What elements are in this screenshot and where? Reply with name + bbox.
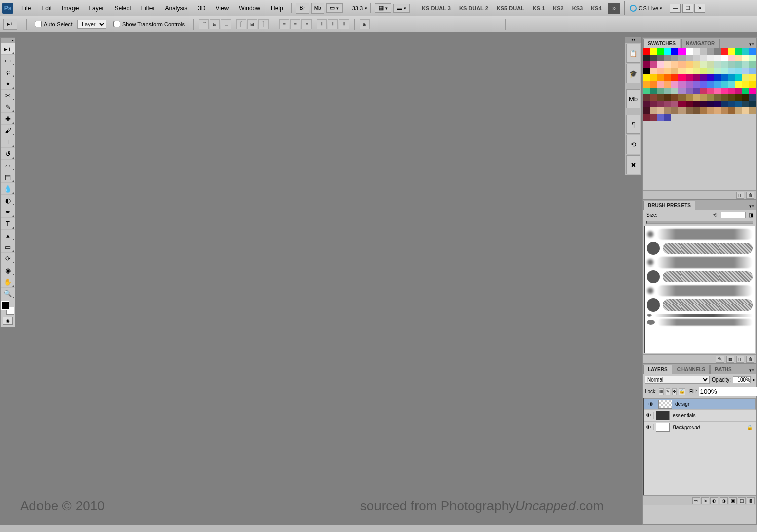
swatch[interactable] — [671, 94, 678, 101]
delete-brush-button[interactable]: 🗑 — [746, 356, 754, 363]
swatch[interactable] — [749, 61, 756, 68]
toolbox-collapse[interactable]: ▸ — [1, 38, 15, 43]
swatch[interactable] — [686, 68, 693, 74]
swatches-menu[interactable]: ▾≡ — [747, 41, 756, 48]
show-transform-checkbox[interactable]: Show Transform Controls — [113, 21, 185, 27]
layer-row[interactable]: 👁design — [644, 398, 756, 410]
swatch[interactable] — [671, 107, 678, 114]
swatch[interactable] — [721, 48, 728, 55]
swatch[interactable] — [728, 107, 735, 114]
swatch[interactable] — [735, 55, 742, 61]
swatch[interactable] — [686, 74, 693, 81]
3d-tool[interactable]: ⟳ — [1, 253, 15, 264]
swatch[interactable] — [721, 55, 728, 61]
bridge-button[interactable]: Br — [296, 3, 309, 14]
current-tool-indicator[interactable]: ▸+ — [3, 19, 17, 30]
dist-bottom-button[interactable]: ≡ — [301, 19, 312, 29]
swatch[interactable] — [686, 88, 693, 94]
swatch[interactable] — [650, 74, 657, 81]
workspace-ks-1[interactable]: KS 1 — [528, 3, 549, 13]
swatch[interactable] — [721, 81, 728, 88]
tab-paths[interactable]: PATHS — [710, 365, 736, 374]
swatch[interactable] — [671, 48, 678, 55]
swatch[interactable] — [671, 74, 678, 81]
swatch[interactable] — [728, 94, 735, 101]
swatch[interactable] — [700, 88, 707, 94]
tab-channels[interactable]: CHANNELS — [673, 365, 710, 374]
swatch[interactable] — [728, 48, 735, 55]
brush-size-slider[interactable] — [646, 221, 753, 224]
new-swatch-button[interactable]: ◫ — [736, 192, 744, 199]
swatch[interactable] — [735, 68, 742, 74]
swatch[interactable] — [671, 55, 678, 61]
swatch[interactable] — [700, 81, 707, 88]
swatch[interactable] — [657, 88, 664, 94]
menu-file[interactable]: File — [16, 3, 36, 14]
brush-view-icon[interactable]: ▦ — [726, 356, 734, 363]
swatch[interactable] — [657, 107, 664, 114]
swatch[interactable] — [707, 55, 714, 61]
cs-live-button[interactable]: CS Live▾ — [627, 5, 666, 12]
swatch[interactable] — [693, 88, 700, 94]
auto-align-button[interactable]: ⊞ — [360, 19, 370, 29]
lock-position-icon[interactable]: ✥ — [672, 388, 677, 395]
quick-mask-button[interactable]: ◉ — [3, 317, 13, 325]
swatch[interactable] — [742, 48, 749, 55]
swatch[interactable] — [714, 81, 721, 88]
brush-size-input[interactable] — [721, 212, 746, 218]
swatch[interactable] — [749, 74, 756, 81]
swatch[interactable] — [686, 94, 693, 101]
workspace-ks5-dual[interactable]: KS5 DUAL — [493, 3, 528, 13]
swatch[interactable] — [657, 48, 664, 55]
swatch[interactable] — [693, 74, 700, 81]
visibility-toggle[interactable]: 👁 — [644, 424, 654, 430]
strip-expand[interactable]: ◂◂ — [625, 37, 641, 43]
swatch[interactable] — [643, 48, 650, 55]
align-vcenter-button[interactable]: ⊟ — [210, 19, 220, 29]
path-select-tool[interactable]: ▴ — [1, 230, 15, 241]
layer-fx-button[interactable]: fx — [701, 497, 709, 504]
workspace-ks-dual-2[interactable]: KS DUAL 2 — [455, 3, 493, 13]
swatch[interactable] — [643, 114, 650, 121]
align-hcenter-button[interactable]: ⊞ — [247, 19, 257, 29]
swatch[interactable] — [707, 94, 714, 101]
workspace-ks3[interactable]: KS3 — [568, 3, 587, 13]
swatch[interactable] — [693, 101, 700, 107]
swatch[interactable] — [721, 107, 728, 114]
swatch[interactable] — [678, 74, 686, 81]
layer-row[interactable]: 👁Background🔒 — [644, 422, 756, 433]
fill-input[interactable] — [699, 387, 757, 396]
menu-help[interactable]: Help — [266, 3, 288, 14]
swatch[interactable] — [735, 88, 742, 94]
swatch[interactable] — [693, 94, 700, 101]
swatch[interactable] — [742, 94, 749, 101]
eraser-tool[interactable]: ▱ — [1, 160, 15, 171]
3d-camera-tool[interactable]: ◉ — [1, 264, 15, 276]
lock-pixels-icon[interactable]: ✎ — [666, 388, 670, 395]
swatch[interactable] — [735, 94, 742, 101]
swatch[interactable] — [643, 94, 650, 101]
swatch[interactable] — [714, 48, 721, 55]
swatch[interactable] — [671, 81, 678, 88]
swatch[interactable] — [686, 107, 693, 114]
swatch[interactable] — [643, 107, 650, 114]
swatch[interactable] — [714, 55, 721, 61]
lock-transparency-icon[interactable]: ▦ — [659, 388, 664, 395]
menu-analysis[interactable]: Analysis — [160, 3, 193, 14]
swatch[interactable] — [707, 101, 714, 107]
adjustment-layer-button[interactable]: ◑ — [720, 497, 728, 504]
delete-layer-button[interactable]: 🗑 — [747, 497, 755, 504]
swatch[interactable] — [650, 48, 657, 55]
swatch[interactable] — [678, 81, 686, 88]
gradient-tool[interactable]: ▤ — [1, 171, 15, 183]
layer-thumbnail[interactable] — [656, 411, 670, 420]
swatch[interactable] — [707, 61, 714, 68]
stamp-tool[interactable]: ⊥ — [1, 136, 15, 148]
swatch[interactable] — [749, 107, 756, 114]
paragraph-panel-icon[interactable]: ⟲ — [626, 135, 640, 154]
align-left-button[interactable]: ⎡ — [236, 19, 246, 29]
swatch[interactable] — [650, 107, 657, 114]
color-swatches[interactable] — [1, 301, 14, 315]
auto-select-mode-dropdown[interactable]: Layer — [77, 20, 106, 29]
minimize-button[interactable]: — — [670, 4, 681, 13]
